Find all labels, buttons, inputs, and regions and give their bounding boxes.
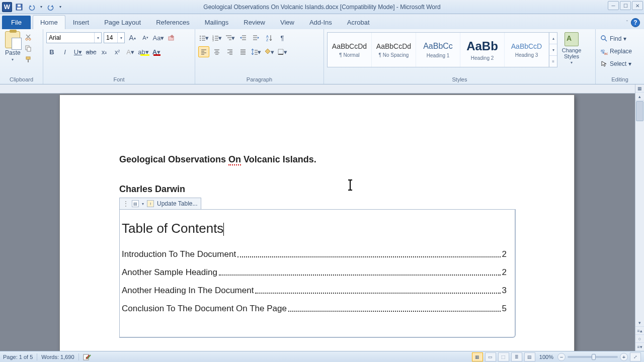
gallery-up[interactable]: ▴ xyxy=(549,33,557,44)
proofing-icon[interactable] xyxy=(83,353,91,361)
fullscreen-reading-view[interactable]: ▭ xyxy=(485,352,496,361)
toc-heading[interactable]: Table of Contents xyxy=(122,221,507,236)
tab-addins[interactable]: Add-Ins xyxy=(302,15,340,29)
text-effects-button[interactable]: A▾ xyxy=(125,46,136,57)
save-button[interactable] xyxy=(14,2,25,13)
toc-container[interactable]: Table of Contents Introduction To The Do… xyxy=(119,209,516,338)
tab-home[interactable]: Home xyxy=(33,15,65,29)
next-page-button[interactable]: ≡▾ xyxy=(635,343,644,351)
tab-review[interactable]: Review xyxy=(236,15,273,29)
zoom-thumb[interactable] xyxy=(592,354,596,360)
align-right-button[interactable] xyxy=(224,46,235,57)
scroll-up-button[interactable]: ▴ xyxy=(635,93,644,101)
toc-entry[interactable]: Another Sample Heading2 xyxy=(122,267,507,278)
superscript-button[interactable]: x² xyxy=(112,46,123,57)
paste-icon[interactable] xyxy=(5,31,20,48)
sort-button[interactable]: AZ xyxy=(264,32,275,43)
format-painter-button[interactable] xyxy=(23,54,34,64)
toc-options-button[interactable]: ▤ xyxy=(132,200,139,207)
file-tab[interactable]: File xyxy=(2,16,31,29)
qat-customize[interactable]: ▾ xyxy=(58,2,63,13)
strikethrough-button[interactable]: abc xyxy=(86,46,97,57)
toc-entry[interactable]: Another Heading In The Document3 xyxy=(122,286,507,296)
clear-formatting-button[interactable] xyxy=(166,32,177,43)
zoom-slider[interactable] xyxy=(568,356,618,358)
zoom-fit-button[interactable]: ⤢ xyxy=(630,352,641,361)
toc-handle-icon[interactable]: ⋮ xyxy=(123,200,129,207)
paste-button[interactable]: Paste xyxy=(5,49,21,56)
minimize-button[interactable]: ─ xyxy=(608,1,619,10)
italic-button[interactable]: I xyxy=(59,46,70,57)
borders-button[interactable]: ▾ xyxy=(277,46,288,57)
paste-dropdown[interactable]: ▾ xyxy=(12,57,14,62)
bullets-button[interactable]: ▾ xyxy=(198,32,209,43)
multilevel-list-button[interactable]: ▾ xyxy=(224,32,235,43)
font-size-combo[interactable]: 14▾ xyxy=(104,32,125,43)
horizontal-ruler[interactable] xyxy=(0,84,644,94)
show-marks-button[interactable]: ¶ xyxy=(277,32,288,43)
bold-button[interactable]: B xyxy=(46,46,57,57)
style-heading-2[interactable]: AaBbHeading 2 xyxy=(460,33,505,67)
gallery-more[interactable]: ≡ xyxy=(549,56,557,67)
find-button[interactable]: Find ▾ xyxy=(599,33,634,44)
justify-button[interactable] xyxy=(237,46,249,57)
highlight-button[interactable]: ab▾ xyxy=(138,46,149,57)
cut-button[interactable] xyxy=(23,32,34,42)
zoom-in-button[interactable]: + xyxy=(620,353,628,361)
redo-button[interactable] xyxy=(45,2,56,13)
shrink-font-button[interactable]: A▾ xyxy=(140,32,151,43)
doc-title[interactable]: Geological Observations On Volcanic Isla… xyxy=(119,154,515,165)
zoom-out-button[interactable]: − xyxy=(557,353,566,361)
font-name-combo[interactable]: Arial▾ xyxy=(46,32,102,43)
align-left-button[interactable] xyxy=(198,46,209,57)
style-heading-1[interactable]: AaBbCcHeading 1 xyxy=(416,33,460,67)
vertical-scrollbar[interactable]: ▦ ▴ ▾ ≡▴ ○ ≡▾ xyxy=(635,84,644,351)
undo-button[interactable] xyxy=(26,2,37,13)
scroll-thumb[interactable] xyxy=(636,101,643,121)
font-color-button[interactable]: A▾ xyxy=(151,46,162,57)
toc-entry[interactable]: Introduction To The Document2 xyxy=(122,249,507,259)
status-page[interactable]: Page: 1 of 5 xyxy=(3,354,33,360)
ruler-toggle[interactable]: ▦ xyxy=(635,84,644,93)
change-styles-button[interactable]: Change Styles ▾ xyxy=(557,30,586,67)
scroll-down-button[interactable]: ▾ xyxy=(635,319,644,327)
web-layout-view[interactable]: ⬚ xyxy=(498,352,509,361)
numbering-button[interactable]: 123▾ xyxy=(211,32,222,43)
increase-indent-button[interactable] xyxy=(251,32,262,43)
update-table-button[interactable]: Update Table... xyxy=(157,200,198,207)
zoom-level[interactable]: 100% xyxy=(539,354,553,360)
toc-entry[interactable]: Conclusion To The Document On The Page5 xyxy=(122,304,507,314)
document-page[interactable]: Geological Observations On Volcanic Isla… xyxy=(59,95,575,351)
tab-acrobat[interactable]: Acrobat xyxy=(340,15,377,29)
line-spacing-button[interactable]: ▾ xyxy=(251,46,262,57)
select-button[interactable]: Select ▾ xyxy=(599,58,634,69)
tab-insert[interactable]: Insert xyxy=(65,15,97,29)
help-icon[interactable]: ? xyxy=(631,18,640,27)
minimize-ribbon-icon[interactable]: ˇ xyxy=(626,20,628,26)
decrease-indent-button[interactable] xyxy=(237,32,249,43)
maximize-button[interactable]: ☐ xyxy=(620,1,631,10)
align-center-button[interactable] xyxy=(211,46,222,57)
undo-dropdown[interactable]: ▾ xyxy=(39,2,44,13)
shading-button[interactable]: ▾ xyxy=(264,46,275,57)
copy-button[interactable] xyxy=(23,43,34,53)
doc-author[interactable]: Charles Darwin xyxy=(119,184,515,195)
tab-page-layout[interactable]: Page Layout xyxy=(97,15,148,29)
change-case-button[interactable]: Aa▾ xyxy=(153,32,164,43)
browse-object-button[interactable]: ○ xyxy=(635,335,644,343)
style-no-spacing[interactable]: AaBbCcDd¶ No Spacing xyxy=(372,33,416,67)
tab-view[interactable]: View xyxy=(273,15,302,29)
style-normal[interactable]: AaBbCcDd¶ Normal xyxy=(328,33,372,67)
grow-font-button[interactable]: A▴ xyxy=(127,32,138,43)
gallery-down[interactable]: ▾ xyxy=(549,44,557,56)
print-layout-view[interactable]: ▦ xyxy=(472,352,483,361)
outline-view[interactable]: ≣ xyxy=(511,352,522,361)
tab-mailings[interactable]: Mailings xyxy=(197,15,236,29)
close-button[interactable]: ✕ xyxy=(632,1,643,10)
status-words[interactable]: Words: 1,690 xyxy=(41,354,74,360)
style-heading-3[interactable]: AaBbCcDHeading 3 xyxy=(505,33,549,67)
tab-references[interactable]: References xyxy=(148,15,197,29)
prev-page-button[interactable]: ≡▴ xyxy=(635,327,644,335)
replace-button[interactable]: abacReplace xyxy=(599,46,634,57)
underline-button[interactable]: U▾ xyxy=(72,46,84,57)
